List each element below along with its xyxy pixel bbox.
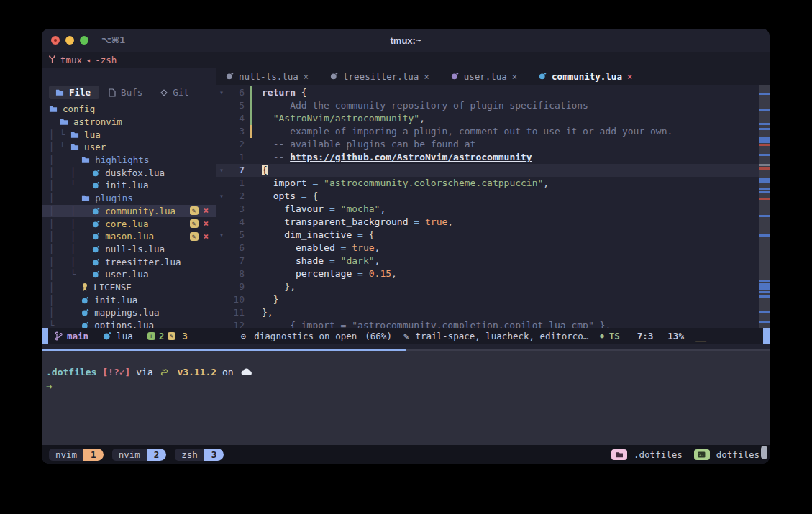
minimap-mark (759, 128, 770, 130)
buffer-tab-treesitter-lua[interactable]: treesitter.lua× (330, 71, 429, 82)
terminal-tab-bar[interactable]: tmux ◂ -zsh (42, 52, 770, 68)
close-buffer-icon[interactable]: × (627, 72, 632, 82)
git-modified-badge: ✎ (190, 206, 199, 215)
tmux-windows: nvim1nvim2zsh3 (49, 449, 232, 461)
tree-item-plugins[interactable]: │ plugins (42, 192, 216, 205)
git-unstaged-icon: × (204, 219, 209, 229)
fold-marker-icon[interactable] (216, 125, 227, 138)
code-line: 8 percentage = 0.15, (216, 267, 759, 280)
sidebar-tab-label: Git (173, 87, 189, 98)
buffer-tab-user-lua[interactable]: user.lua× (451, 71, 517, 82)
folder-icon (60, 118, 68, 126)
tree-item-config[interactable]: config (42, 103, 216, 116)
sidebar-tab-file[interactable]: File (49, 86, 99, 99)
code-text: { (256, 164, 268, 177)
git-branch[interactable]: main (55, 331, 88, 341)
tree-item-treesitter-lua[interactable]: │ │ treesitter.lua (42, 255, 216, 268)
lua-file-icon (92, 220, 100, 228)
tree-item-mason-lua[interactable]: │ │ mason.lua✎× (42, 230, 216, 243)
code-line: 4 "AstroNvim/astrocommunity", (216, 112, 759, 125)
close-buffer-icon[interactable]: × (424, 72, 429, 82)
python-version-value: v3.11.2 (177, 367, 216, 377)
fold-marker-icon[interactable] (216, 267, 227, 280)
fold-marker-icon[interactable] (216, 293, 227, 306)
fold-marker-icon[interactable] (216, 138, 227, 151)
fold-marker-icon[interactable] (216, 306, 227, 319)
code-text: -- available plugins can be found at (256, 138, 475, 151)
fold-marker-icon[interactable]: ▾ (216, 190, 227, 203)
tree-item-duskfox-lua[interactable]: │ │ duskfox.lua (42, 166, 216, 179)
fold-marker-icon[interactable] (216, 280, 227, 293)
prompt-arrow[interactable]: → (46, 380, 770, 392)
tmux-pane-divider[interactable] (42, 349, 770, 351)
code-text: }, (256, 280, 296, 293)
tree-item-lua[interactable]: │ └ lua (42, 128, 216, 141)
fold-marker-icon[interactable] (216, 151, 227, 164)
tmux-window-1[interactable]: nvim1 (49, 449, 104, 461)
line-number: 3 (227, 125, 249, 138)
tmux-window-2[interactable]: nvim2 (112, 449, 167, 461)
line-number: 6 (227, 86, 249, 99)
minimap-scrollbar[interactable] (759, 85, 770, 328)
zsh-pane[interactable]: .dotfiles [!?✓] via v3.11.2 on → (42, 351, 770, 445)
tree-item-user[interactable]: │ └ user (42, 141, 216, 154)
tree-item-user-lua[interactable]: │ └ user.lua (42, 268, 216, 281)
buffer-tab-null-ls-lua[interactable]: null-ls.lua× (226, 71, 309, 82)
sidebar-tab-git[interactable]: Git (154, 86, 198, 99)
fold-marker-icon[interactable] (216, 99, 227, 112)
tree-item-label: duskfox.lua (105, 167, 165, 178)
code-text: enabled = true, (256, 242, 380, 254)
code-line: 2 -- available plugins can be found at (216, 138, 759, 151)
tree-item-core-lua[interactable]: │ │ core.lua✎× (42, 217, 216, 230)
treesitter-indicator: ● TS (600, 331, 619, 341)
tmux-window-3[interactable]: zsh3 (175, 449, 224, 461)
sidebar-tab-bufs[interactable]: Bufs (102, 86, 151, 99)
fold-marker-icon[interactable] (216, 177, 227, 190)
code-line: 4 transparent_background = true, (216, 216, 759, 229)
lua-file-icon (92, 232, 100, 240)
buffer-tab-community-lua[interactable]: community.lua× (539, 71, 632, 82)
tree-item-init-lua[interactable]: │ └ init.lua (42, 179, 216, 192)
prompt-git-flags: [!?✓] (102, 367, 130, 377)
code-line: ▾5 dim_inactive = { (216, 229, 759, 242)
minimap-mark (759, 123, 770, 125)
tree-item-astronvim[interactable]: astronvim (42, 116, 216, 129)
close-buffer-icon[interactable]: × (512, 72, 517, 82)
tree-item-highlights[interactable]: │ highlights (42, 154, 216, 167)
code-area[interactable]: ▾6return {5 -- Add the community reposit… (216, 85, 770, 328)
tmux-status-dotfiles: .dotfiles (611, 449, 683, 460)
lua-file-icon (81, 296, 89, 304)
fold-marker-icon[interactable] (216, 112, 227, 125)
tree-guides: │ (49, 193, 81, 203)
git-sign (249, 177, 256, 190)
tree-item-init-lua[interactable]: │ init.lua (42, 293, 216, 306)
fold-marker-icon[interactable] (216, 319, 227, 328)
sidebar-source-tabs: FileBufsGit (42, 85, 216, 100)
fold-marker-icon[interactable]: ▾ (216, 86, 227, 99)
code-line: 3 flavour = "mocha", (216, 203, 759, 216)
code-line: 1 -- https://github.com/AstroNvim/astroc… (216, 151, 759, 164)
tree-item-LICENSE[interactable]: │ LICENSE (42, 281, 216, 294)
line-number: 4 (227, 112, 249, 125)
tree-item-label: astronvim (73, 116, 122, 127)
close-buffer-icon[interactable]: × (304, 72, 309, 82)
lua-file-icon (92, 169, 100, 177)
fold-marker-icon[interactable] (216, 242, 227, 254)
buffer-tab-label: user.lua (464, 71, 507, 82)
fold-marker-icon[interactable] (216, 216, 227, 229)
tree-item-null-ls-lua[interactable]: │ │ null-ls.lua (42, 243, 216, 256)
tree-item-mappings-lua[interactable]: │ mappings.lua (42, 306, 216, 319)
code-text: dim_inactive = { (256, 229, 375, 242)
lua-file-icon (226, 71, 234, 82)
fold-marker-icon[interactable] (216, 203, 227, 216)
fold-marker-icon[interactable]: ▾ (216, 164, 227, 177)
fold-marker-icon[interactable] (216, 254, 227, 267)
mode-indicator-left (42, 328, 48, 344)
tree-item-options-lua[interactable]: └ options.lua (42, 319, 216, 328)
folder-icon (49, 105, 58, 113)
git-sign (249, 293, 256, 306)
fold-marker-icon[interactable]: ▾ (216, 229, 227, 242)
terminal-scrollbar-thumb[interactable] (761, 446, 767, 459)
lua-file-icon (451, 71, 459, 82)
tree-item-community-lua[interactable]: │ │ community.lua✎× (42, 205, 216, 218)
